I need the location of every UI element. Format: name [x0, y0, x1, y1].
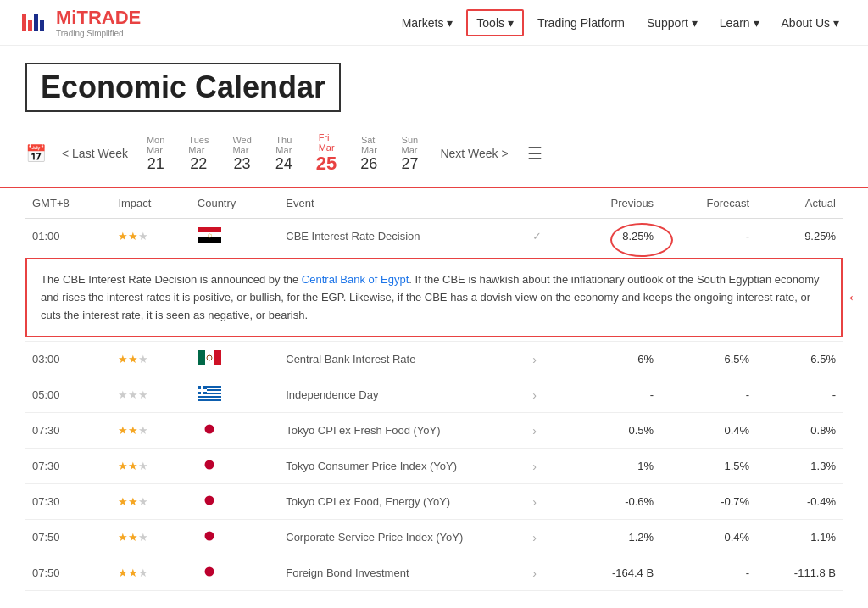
flag-japan [198, 528, 221, 544]
date-item-27[interactable]: SunMar 27 [389, 131, 430, 176]
expanded-description-row: The CBE Interest Rate Decision is announ… [25, 254, 843, 342]
cell-previous: 1% [565, 449, 660, 484]
cell-time: 05:00 [25, 377, 111, 413]
logo-name: MiTRADE [56, 7, 141, 29]
cell-forecast: 0.4% [660, 520, 756, 555]
cell-expand-arrow[interactable]: › [526, 342, 565, 377]
cell-impact: ★★★ [111, 342, 190, 377]
cell-expand-arrow[interactable]: › [526, 484, 565, 520]
expanded-cell: The CBE Interest Rate Decision is announ… [25, 254, 843, 342]
nav-trading[interactable]: Trading Platform [529, 11, 633, 35]
table-row[interactable]: 07:30 ★★★ Tokyo CPI ex Food, Energy (YoY… [25, 484, 843, 520]
cell-actual: 1.3% [756, 449, 843, 484]
nav-markets[interactable]: Markets ▾ [393, 11, 462, 35]
flag-japan [198, 457, 221, 472]
cell-forecast: 0.4% [660, 413, 756, 449]
cell-country [191, 520, 279, 555]
cell-time: 03:00 [25, 342, 111, 377]
cell-time: 07:30 [25, 413, 111, 449]
cell-previous: - [565, 377, 660, 413]
date-item-25[interactable]: FriMar 25 [304, 129, 348, 178]
nav-tools[interactable]: Tools ▾ [466, 9, 524, 36]
svg-rect-0 [22, 14, 26, 31]
date-item-22[interactable]: TuesMar 22 [176, 131, 220, 176]
cell-impact: ★★★ [111, 219, 190, 254]
cell-event: Central Bank Interest Rate [279, 342, 526, 377]
table-row[interactable]: 05:00 ★★★ [25, 377, 843, 413]
cell-country [191, 484, 279, 520]
cell-event: Tokyo Consumer Price Index (YoY) [279, 449, 526, 484]
cell-expand-arrow[interactable]: › [526, 413, 565, 449]
table-header-row: GMT+8 Impact Country Event Previous Fore… [25, 188, 843, 219]
th-time: GMT+8 [25, 188, 111, 219]
calendar-icon[interactable]: 📅 [25, 143, 47, 164]
cell-actual: -0.4% [756, 484, 843, 520]
next-week-btn[interactable]: Next Week > [433, 143, 515, 164]
table-row[interactable]: 01:00 ★★★ ⬡ CBE Interest Rate Decision [25, 219, 843, 254]
cell-country [191, 449, 279, 484]
cell-expand-arrow[interactable]: › [526, 377, 565, 413]
cell-previous: -0.6% [565, 484, 660, 520]
cell-country [191, 342, 279, 377]
svg-text:⬡: ⬡ [207, 233, 211, 238]
cell-event: Foreign Bond Investment [279, 555, 526, 591]
cell-forecast: - [660, 377, 756, 413]
flag-japan [198, 564, 221, 579]
date-item-26[interactable]: SatMar 26 [348, 131, 389, 176]
table-row[interactable]: 07:50 ★★★ Corporate Service Price Index … [25, 520, 843, 555]
last-week-btn[interactable]: < Last Week [55, 143, 135, 164]
menu-icon[interactable]: ☰ [527, 143, 542, 164]
logo-tagline: Trading Simplified [56, 29, 141, 38]
cell-time: 07:50 [25, 555, 111, 591]
expand-arrow-right: ← [846, 283, 865, 313]
cell-forecast: - [660, 219, 756, 254]
svg-rect-10 [214, 350, 221, 365]
cell-impact: ★★★ [111, 520, 190, 555]
svg-rect-20 [198, 398, 221, 399]
cell-event: Independence Day [279, 377, 526, 413]
flag-mexico [198, 350, 221, 365]
logo-icon [20, 8, 51, 38]
date-item-23[interactable]: WedMar 23 [220, 131, 263, 176]
cell-impact: ★★★ [111, 413, 190, 449]
date-item-24[interactable]: ThuMar 24 [264, 131, 304, 176]
cell-event: Tokyo CPI ex Food, Energy (YoY) [279, 484, 526, 520]
svg-point-34 [204, 567, 214, 577]
flag-japan [198, 493, 221, 508]
nav-support[interactable]: Support ▾ [638, 11, 706, 35]
cbe-link[interactable]: Central Bank of Egypt [302, 273, 409, 286]
cell-actual: - [756, 377, 843, 413]
date-nav: 📅 < Last Week MonMar 21 TuesMar 22 WedMa… [0, 120, 868, 188]
cell-country [191, 377, 279, 413]
nav-learn[interactable]: Learn ▾ [711, 11, 768, 35]
cell-impact: ★★★ [111, 484, 190, 520]
th-impact: Impact [111, 188, 190, 219]
cell-forecast: - [660, 555, 756, 591]
date-item-21[interactable]: MonMar 21 [135, 131, 176, 176]
header: MiTRADE Trading Simplified Markets ▾ Too… [0, 0, 868, 46]
svg-rect-3 [40, 20, 44, 31]
cell-actual: 9.25% [756, 219, 843, 254]
svg-rect-24 [198, 389, 207, 392]
table-row[interactable]: 07:50 ★★★ Foreign Bond Investment › -164… [25, 555, 843, 591]
table-row[interactable]: 07:30 ★★★ Tokyo CPI ex Fresh Food (YoY) … [25, 413, 843, 449]
cell-forecast: 6.5% [660, 342, 756, 377]
flag-greece [198, 386, 221, 401]
svg-rect-19 [198, 396, 221, 398]
table-row[interactable]: 07:30 ★★★ Tokyo Consumer Price Index (Yo… [25, 449, 843, 484]
logo-area: MiTRADE Trading Simplified [20, 7, 141, 38]
table-row[interactable]: 03:00 ★★★ Central Bank Interest Rate › 6… [25, 342, 843, 377]
cell-previous: 0.5% [565, 413, 660, 449]
expanded-content: The CBE Interest Rate Decision is announ… [25, 258, 843, 337]
nav-about[interactable]: About Us ▾ [773, 11, 848, 35]
cell-expand-arrow[interactable]: ✓ [526, 219, 565, 254]
cell-event: CBE Interest Rate Decision [279, 219, 526, 254]
svg-point-26 [204, 425, 214, 434]
cell-impact: ★★★ [111, 377, 190, 413]
cell-expand-arrow[interactable]: › [526, 555, 565, 591]
cell-expand-arrow[interactable]: › [526, 520, 565, 555]
th-country: Country [191, 188, 279, 219]
cell-forecast: 1.5% [660, 449, 756, 484]
cell-expand-arrow[interactable]: › [526, 449, 565, 484]
cell-previous: -164.4 B [565, 555, 660, 591]
